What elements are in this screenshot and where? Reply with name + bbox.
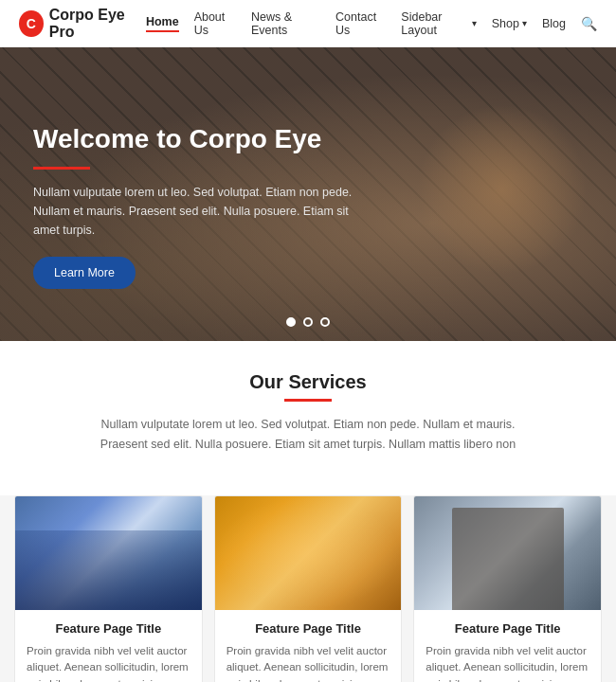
services-section: Our Services Nullam vulputate lorem ut l… xyxy=(0,341,616,495)
nav-item-news[interactable]: News & Events xyxy=(251,10,320,37)
nav-item-blog[interactable]: Blog xyxy=(542,17,566,30)
cards-row: Feature Page Title Proin gravida nibh ve… xyxy=(0,495,616,683)
hero-title: Welcome to Corpo Eye xyxy=(33,123,355,155)
hero-content: Welcome to Corpo Eye Nullam vulputate lo… xyxy=(33,123,355,289)
card-2-title: Feature Page Title xyxy=(226,621,390,636)
hero-title-underline xyxy=(33,167,90,170)
card-2-text: Proin gravida nibh vel velit auctor aliq… xyxy=(226,643,390,683)
search-icon[interactable]: 🔍 xyxy=(581,16,597,31)
card-1: Feature Page Title Proin gravida nibh ve… xyxy=(14,495,203,683)
nav-item-about[interactable]: About Us xyxy=(194,10,236,37)
services-title: Our Services xyxy=(19,371,597,393)
card-3-text: Proin gravida nibh vel velit auctor aliq… xyxy=(426,643,589,683)
card-1-text: Proin gravida nibh vel velit auctor aliq… xyxy=(27,643,190,683)
hero-dot-2[interactable] xyxy=(303,317,313,327)
logo-text: Corpo Eye Pro xyxy=(49,7,146,41)
logo-icon: C xyxy=(19,10,44,37)
hero-dot-1[interactable] xyxy=(286,317,296,327)
card-3-image xyxy=(414,496,601,610)
nav-item-contact[interactable]: Contact Us xyxy=(335,10,386,37)
card-1-title: Feature Page Title xyxy=(27,621,190,636)
nav-item-shop[interactable]: Shop xyxy=(492,17,527,30)
hero-learn-more-button[interactable]: Learn More xyxy=(33,257,136,289)
logo-icon-letter: C xyxy=(27,16,36,31)
card-3-body: Feature Page Title Proin gravida nibh ve… xyxy=(414,610,601,683)
card-1-body: Feature Page Title Proin gravida nibh ve… xyxy=(15,610,202,683)
hero-dots xyxy=(286,317,330,327)
card-1-image xyxy=(15,496,202,610)
card-2-image xyxy=(215,496,402,610)
card-2: Feature Page Title Proin gravida nibh ve… xyxy=(214,495,403,683)
card-3: Feature Page Title Proin gravida nibh ve… xyxy=(413,495,602,683)
services-description: Nullam vulputate lorem ut leo. Sed volut… xyxy=(81,415,535,456)
card-2-body: Feature Page Title Proin gravida nibh ve… xyxy=(215,610,402,683)
logo[interactable]: C Corpo Eye Pro xyxy=(19,7,146,41)
card-3-title: Feature Page Title xyxy=(426,621,589,636)
nav-item-home[interactable]: Home xyxy=(146,15,179,32)
main-nav: Home About Us News & Events Contact Us S… xyxy=(146,10,597,37)
hero-section: Welcome to Corpo Eye Nullam vulputate lo… xyxy=(0,47,616,341)
services-title-underline xyxy=(284,399,332,402)
hero-description: Nullam vulputate lorem ut leo. Sed volut… xyxy=(33,183,355,240)
header: C Corpo Eye Pro Home About Us News & Eve… xyxy=(0,0,616,47)
hero-dot-3[interactable] xyxy=(320,317,330,327)
nav-item-sidebar[interactable]: Sidebar Layout xyxy=(401,10,476,37)
